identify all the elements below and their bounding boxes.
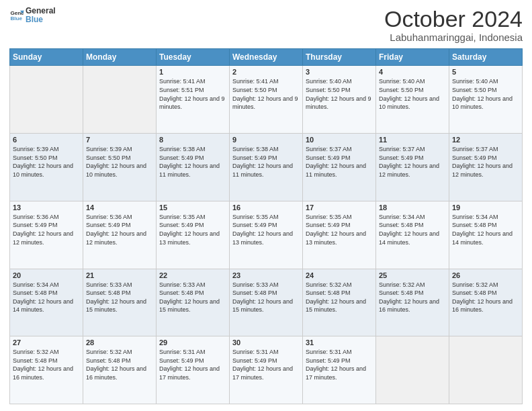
calendar-cell: 3Sunrise: 5:40 AMSunset: 5:50 PMDaylight… [303, 66, 376, 134]
day-number: 20 [13, 271, 80, 279]
day-number: 26 [452, 271, 519, 279]
calendar-week-row: 6Sunrise: 5:39 AMSunset: 5:50 PMDaylight… [10, 134, 523, 201]
day-info: Sunrise: 5:41 AMSunset: 5:51 PMDaylight:… [159, 77, 226, 111]
day-info: Sunrise: 5:34 AMSunset: 5:48 PMDaylight:… [452, 213, 519, 246]
page: General Blue General Blue October 2024 L… [0, 0, 532, 411]
calendar-header-row: SundayMondayTuesdayWednesdayThursdayFrid… [10, 49, 523, 66]
main-title: October 2024 [384, 7, 523, 32]
column-header-tuesday: Tuesday [157, 49, 230, 66]
day-info: Sunrise: 5:36 AMSunset: 5:49 PMDaylight:… [13, 213, 80, 246]
calendar-cell: 14Sunrise: 5:36 AMSunset: 5:49 PMDayligh… [83, 201, 157, 269]
calendar-cell: 24Sunrise: 5:32 AMSunset: 5:48 PMDayligh… [303, 269, 376, 336]
day-number: 25 [379, 271, 446, 279]
calendar-week-row: 13Sunrise: 5:36 AMSunset: 5:49 PMDayligh… [10, 201, 523, 269]
day-info: Sunrise: 5:40 AMSunset: 5:50 PMDaylight:… [452, 77, 519, 111]
day-info: Sunrise: 5:36 AMSunset: 5:49 PMDaylight:… [86, 213, 153, 246]
day-info: Sunrise: 5:32 AMSunset: 5:48 PMDaylight:… [13, 348, 80, 381]
calendar-cell: 19Sunrise: 5:34 AMSunset: 5:48 PMDayligh… [449, 201, 523, 269]
day-number: 24 [306, 271, 373, 279]
day-number: 16 [232, 203, 300, 212]
day-info: Sunrise: 5:32 AMSunset: 5:48 PMDaylight:… [306, 281, 373, 314]
day-number: 4 [379, 68, 446, 76]
calendar-cell: 25Sunrise: 5:32 AMSunset: 5:48 PMDayligh… [376, 269, 449, 336]
calendar-cell: 1Sunrise: 5:41 AMSunset: 5:51 PMDaylight… [157, 66, 230, 134]
calendar-cell: 16Sunrise: 5:35 AMSunset: 5:49 PMDayligh… [230, 201, 303, 269]
calendar-cell: 12Sunrise: 5:37 AMSunset: 5:49 PMDayligh… [449, 134, 523, 201]
calendar-cell [83, 66, 157, 134]
day-number: 1 [159, 68, 226, 76]
calendar-cell: 7Sunrise: 5:39 AMSunset: 5:50 PMDaylight… [83, 134, 157, 201]
calendar-cell: 22Sunrise: 5:33 AMSunset: 5:48 PMDayligh… [157, 269, 230, 336]
day-info: Sunrise: 5:34 AMSunset: 5:48 PMDaylight:… [379, 213, 446, 246]
calendar-cell: 13Sunrise: 5:36 AMSunset: 5:49 PMDayligh… [10, 201, 83, 269]
calendar-cell: 26Sunrise: 5:32 AMSunset: 5:48 PMDayligh… [449, 269, 523, 336]
day-number: 29 [159, 338, 226, 347]
logo-line2: Blue [26, 15, 56, 24]
column-header-monday: Monday [83, 49, 157, 66]
day-info: Sunrise: 5:40 AMSunset: 5:50 PMDaylight:… [306, 77, 373, 111]
day-info: Sunrise: 5:37 AMSunset: 5:49 PMDaylight:… [379, 145, 446, 179]
day-number: 14 [86, 203, 153, 212]
day-info: Sunrise: 5:33 AMSunset: 5:48 PMDaylight:… [86, 281, 153, 314]
day-info: Sunrise: 5:37 AMSunset: 5:49 PMDaylight:… [306, 145, 373, 179]
calendar-table: SundayMondayTuesdayWednesdayThursdayFrid… [9, 48, 523, 404]
day-number: 2 [232, 68, 300, 76]
calendar-cell: 2Sunrise: 5:41 AMSunset: 5:50 PMDaylight… [230, 66, 303, 134]
calendar-cell: 8Sunrise: 5:38 AMSunset: 5:49 PMDaylight… [157, 134, 230, 201]
day-info: Sunrise: 5:35 AMSunset: 5:49 PMDaylight:… [306, 213, 373, 246]
day-info: Sunrise: 5:41 AMSunset: 5:50 PMDaylight:… [232, 77, 300, 111]
day-info: Sunrise: 5:38 AMSunset: 5:49 PMDaylight:… [232, 145, 300, 179]
day-number: 18 [379, 203, 446, 212]
title-block: October 2024 Labuhanmaringgai, Indonesia [384, 7, 523, 43]
column-header-saturday: Saturday [449, 49, 523, 66]
day-number: 31 [306, 338, 373, 347]
day-info: Sunrise: 5:31 AMSunset: 5:49 PMDaylight:… [159, 348, 226, 381]
day-number: 3 [306, 68, 373, 76]
day-number: 21 [86, 271, 153, 279]
calendar-cell: 29Sunrise: 5:31 AMSunset: 5:49 PMDayligh… [157, 336, 230, 404]
day-info: Sunrise: 5:34 AMSunset: 5:48 PMDaylight:… [13, 281, 80, 314]
day-info: Sunrise: 5:39 AMSunset: 5:50 PMDaylight:… [86, 145, 153, 179]
calendar-cell: 21Sunrise: 5:33 AMSunset: 5:48 PMDayligh… [83, 269, 157, 336]
calendar-week-row: 20Sunrise: 5:34 AMSunset: 5:48 PMDayligh… [10, 269, 523, 336]
day-info: Sunrise: 5:33 AMSunset: 5:48 PMDaylight:… [159, 281, 226, 314]
header: General Blue General Blue October 2024 L… [9, 7, 523, 43]
day-number: 30 [232, 338, 300, 347]
day-number: 6 [13, 136, 80, 144]
calendar-week-row: 27Sunrise: 5:32 AMSunset: 5:48 PMDayligh… [10, 336, 523, 404]
calendar-cell: 30Sunrise: 5:31 AMSunset: 5:49 PMDayligh… [230, 336, 303, 404]
calendar-cell: 11Sunrise: 5:37 AMSunset: 5:49 PMDayligh… [376, 134, 449, 201]
calendar-cell: 9Sunrise: 5:38 AMSunset: 5:49 PMDaylight… [230, 134, 303, 201]
day-info: Sunrise: 5:35 AMSunset: 5:49 PMDaylight:… [232, 213, 300, 246]
calendar-cell [376, 336, 449, 404]
calendar-cell: 31Sunrise: 5:31 AMSunset: 5:49 PMDayligh… [303, 336, 376, 404]
day-info: Sunrise: 5:31 AMSunset: 5:49 PMDaylight:… [306, 348, 373, 381]
column-header-wednesday: Wednesday [230, 49, 303, 66]
day-info: Sunrise: 5:37 AMSunset: 5:49 PMDaylight:… [452, 145, 519, 179]
day-info: Sunrise: 5:32 AMSunset: 5:48 PMDaylight:… [452, 281, 519, 314]
column-header-friday: Friday [376, 49, 449, 66]
day-number: 19 [452, 203, 519, 212]
calendar-cell [449, 336, 523, 404]
calendar-cell: 10Sunrise: 5:37 AMSunset: 5:49 PMDayligh… [303, 134, 376, 201]
day-number: 28 [86, 338, 153, 347]
day-number: 15 [159, 203, 226, 212]
day-info: Sunrise: 5:35 AMSunset: 5:49 PMDaylight:… [159, 213, 226, 246]
day-number: 17 [306, 203, 373, 212]
day-number: 5 [452, 68, 519, 76]
calendar-week-row: 1Sunrise: 5:41 AMSunset: 5:51 PMDaylight… [10, 66, 523, 134]
day-number: 23 [232, 271, 300, 279]
subtitle: Labuhanmaringgai, Indonesia [384, 32, 523, 43]
day-info: Sunrise: 5:32 AMSunset: 5:48 PMDaylight:… [86, 348, 153, 381]
calendar-cell: 28Sunrise: 5:32 AMSunset: 5:48 PMDayligh… [83, 336, 157, 404]
day-number: 27 [13, 338, 80, 347]
calendar-cell: 5Sunrise: 5:40 AMSunset: 5:50 PMDaylight… [449, 66, 523, 134]
day-number: 11 [379, 136, 446, 144]
calendar-cell [10, 66, 83, 134]
day-number: 10 [306, 136, 373, 144]
day-info: Sunrise: 5:32 AMSunset: 5:48 PMDaylight:… [379, 281, 446, 314]
day-info: Sunrise: 5:39 AMSunset: 5:50 PMDaylight:… [13, 145, 80, 179]
day-number: 13 [13, 203, 80, 212]
day-number: 9 [232, 136, 300, 144]
svg-text:Blue: Blue [10, 16, 22, 22]
